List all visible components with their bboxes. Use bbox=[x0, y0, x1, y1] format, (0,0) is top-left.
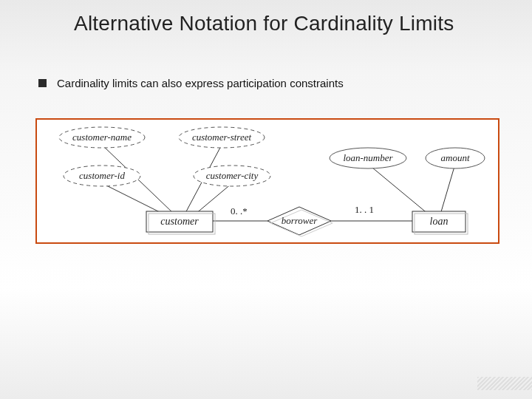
er-diagram: customer-name customer-street customer-i… bbox=[35, 118, 499, 244]
cardinality-left: 0. .* bbox=[231, 205, 248, 216]
slide: Alternative Notation for Cardinality Lim… bbox=[0, 0, 532, 399]
attr-customer-street: customer-street bbox=[192, 132, 252, 143]
svg-line-4 bbox=[368, 164, 429, 214]
page-title: Alternative Notation for Cardinality Lim… bbox=[74, 12, 454, 35]
attr-amount: amount bbox=[441, 152, 470, 163]
svg-line-5 bbox=[440, 164, 455, 214]
attr-loan-number: loan-number bbox=[343, 152, 393, 163]
entity-loan: loan bbox=[430, 216, 449, 227]
svg-line-3 bbox=[195, 183, 232, 214]
attr-customer-name: customer-name bbox=[72, 132, 132, 143]
entity-customer: customer bbox=[160, 216, 199, 227]
attr-customer-id: customer-id bbox=[79, 170, 125, 181]
relationship-borrower: borrower bbox=[282, 215, 318, 226]
square-bullet-icon bbox=[38, 79, 47, 87]
svg-line-2 bbox=[102, 183, 164, 214]
bullet-item: Cardinality limits can also express part… bbox=[38, 77, 344, 89]
attr-customer-city: customer-city bbox=[206, 170, 259, 181]
corner-decoration bbox=[477, 377, 532, 390]
cardinality-right: 1. . 1 bbox=[355, 204, 374, 215]
bullet-text: Cardinality limits can also express part… bbox=[57, 77, 344, 89]
